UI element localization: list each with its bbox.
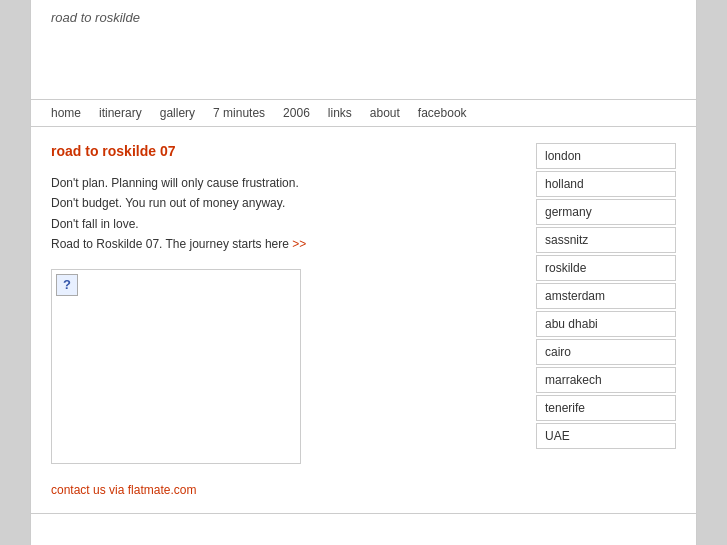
sidebar: londonhollandgermanysassnitzroskildeamst… bbox=[536, 143, 676, 497]
nav-item-2006[interactable]: 2006 bbox=[283, 106, 310, 120]
sidebar-item-abu-dhabi[interactable]: abu dhabi bbox=[536, 311, 676, 337]
sidebar-item-marrakech[interactable]: marrakech bbox=[536, 367, 676, 393]
content-area: road to roskilde 07 Don't plan. Planning… bbox=[31, 127, 696, 513]
contact-link[interactable]: contact us via flatmate.com bbox=[51, 483, 196, 497]
sidebar-item-london[interactable]: london bbox=[536, 143, 676, 169]
footer bbox=[31, 513, 696, 533]
intro-line-4: Road to Roskilde 07. The journey starts … bbox=[51, 237, 292, 251]
navbar: homeitinerarygallery7 minutes2006linksab… bbox=[31, 100, 696, 127]
nav-item-home[interactable]: home bbox=[51, 106, 81, 120]
intro-line-1: Don't plan. Planning will only cause fru… bbox=[51, 176, 299, 190]
header: road to roskilde bbox=[31, 0, 696, 100]
sidebar-item-sassnitz[interactable]: sassnitz bbox=[536, 227, 676, 253]
broken-image-icon: ? bbox=[56, 274, 78, 296]
nav-item-links[interactable]: links bbox=[328, 106, 352, 120]
nav-item-7minutes[interactable]: 7 minutes bbox=[213, 106, 265, 120]
sidebar-item-roskilde[interactable]: roskilde bbox=[536, 255, 676, 281]
sidebar-item-amsterdam[interactable]: amsterdam bbox=[536, 283, 676, 309]
intro-line-3: Don't fall in love. bbox=[51, 217, 139, 231]
nav-item-about[interactable]: about bbox=[370, 106, 400, 120]
sidebar-item-tenerife[interactable]: tenerife bbox=[536, 395, 676, 421]
nav-item-gallery[interactable]: gallery bbox=[160, 106, 195, 120]
site-title: road to roskilde bbox=[51, 10, 140, 25]
journey-link[interactable]: >> bbox=[292, 237, 306, 251]
sidebar-item-cairo[interactable]: cairo bbox=[536, 339, 676, 365]
nav-item-itinerary[interactable]: itinerary bbox=[99, 106, 142, 120]
intro-line-2: Don't budget. You run out of money anywa… bbox=[51, 196, 285, 210]
main-content: road to roskilde 07 Don't plan. Planning… bbox=[51, 143, 516, 497]
sidebar-item-holland[interactable]: holland bbox=[536, 171, 676, 197]
page-heading: road to roskilde 07 bbox=[51, 143, 516, 159]
image-placeholder: ? bbox=[51, 269, 301, 464]
intro-text: Don't plan. Planning will only cause fru… bbox=[51, 173, 516, 255]
nav-item-facebook[interactable]: facebook bbox=[418, 106, 467, 120]
sidebar-item-germany[interactable]: germany bbox=[536, 199, 676, 225]
sidebar-item-UAE[interactable]: UAE bbox=[536, 423, 676, 449]
